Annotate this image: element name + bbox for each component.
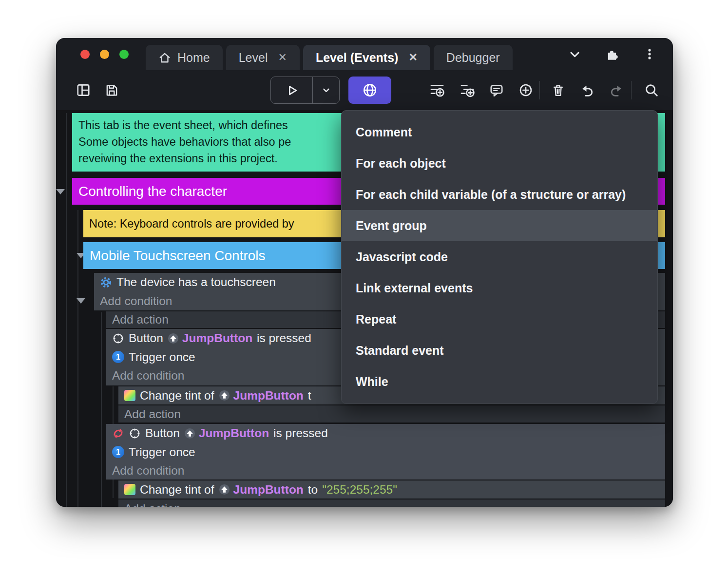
globe-add-button[interactable] [348, 77, 391, 104]
menu-item-for-each-object[interactable]: For each object [342, 148, 657, 179]
menu-item-comment[interactable]: Comment [342, 116, 657, 148]
app-window: Home Level ✕ Level (Events) ✕ Debugger [56, 38, 673, 507]
add-object-button[interactable] [513, 77, 538, 104]
comment-bubble-icon [489, 83, 504, 97]
condition-row[interactable]: 1 Trigger once [106, 443, 665, 462]
action-change-tint-2[interactable]: Change tint of JumpButton to "255;255;25… [118, 480, 665, 499]
add-subevent-icon [460, 82, 475, 98]
add-subevent-button[interactable] [455, 77, 480, 104]
delete-button[interactable] [545, 77, 571, 104]
add-action-row[interactable]: Add action [118, 405, 665, 422]
object-chip: JumpButton [184, 426, 269, 440]
plugin-name: Button [129, 331, 163, 345]
condition-text: is pressed [257, 331, 311, 345]
action-text: Change tint of [140, 389, 214, 403]
menu-item-javascript-code[interactable]: Javascript code [342, 241, 657, 272]
close-tab-icon[interactable]: ✕ [408, 51, 417, 64]
menu-item-repeat[interactable]: Repeat [342, 304, 657, 335]
kebab-menu-icon[interactable] [643, 47, 656, 61]
titlebar: Home Level ✕ Level (Events) ✕ Debugger [56, 38, 673, 70]
tab-home[interactable]: Home [146, 45, 223, 70]
tab-label: Home [177, 51, 210, 65]
event-jumpbutton-2[interactable]: Button JumpButton is pressed 1 Trigger o… [106, 424, 665, 480]
jumpbutton-object-icon [184, 428, 195, 439]
titlebar-right-icons [568, 47, 656, 61]
preview-button-group [270, 77, 340, 104]
tint-icon [124, 390, 135, 401]
add-condition-link[interactable]: Add condition [106, 461, 665, 480]
add-comment-button[interactable] [484, 77, 509, 104]
add-event-context-menu: Comment For each object For each child v… [341, 110, 658, 404]
add-action-link[interactable]: Add action [118, 499, 665, 507]
jumpbutton-object-icon [219, 390, 230, 401]
button-plugin-icon [129, 427, 141, 440]
trash-icon [551, 83, 565, 97]
object-chip: JumpButton [219, 389, 304, 403]
tint-icon [124, 484, 135, 495]
object-name: JumpButton [233, 389, 304, 403]
tab-label: Debugger [446, 51, 500, 65]
tab-label: Level (Events) [316, 51, 399, 65]
plugin-name: Button [145, 426, 180, 440]
add-event-icon [429, 82, 445, 98]
indent-guide [66, 113, 67, 507]
condition-row[interactable]: Button JumpButton is pressed [106, 424, 665, 443]
tint-value: "255;255;255" [322, 483, 397, 497]
tab-bar: Home Level ✕ Level (Events) ✕ Debugger [146, 45, 513, 70]
invert-red-arrows-icon [112, 427, 124, 440]
condition-text: Trigger once [129, 445, 195, 459]
minimize-window-button[interactable] [100, 50, 109, 59]
tab-debugger[interactable]: Debugger [434, 45, 513, 70]
indent-guide [101, 312, 102, 507]
traffic-lights [80, 50, 129, 59]
chevron-down-icon[interactable] [568, 47, 581, 61]
action-text: to [308, 483, 318, 497]
toolbar [56, 70, 673, 110]
group-title: Mobile Touchscreen Controls [90, 248, 266, 264]
undo-button[interactable] [575, 77, 600, 104]
menu-item-standard-event[interactable]: Standard event [342, 335, 657, 366]
play-button[interactable] [271, 77, 313, 103]
button-plugin-icon [112, 332, 124, 345]
save-button[interactable] [99, 77, 124, 104]
layout-panels-icon [76, 83, 91, 97]
tab-level-events[interactable]: Level (Events) ✕ [303, 45, 430, 70]
close-window-button[interactable] [80, 50, 90, 59]
plus-circle-icon [518, 83, 533, 97]
play-dropdown-button[interactable] [313, 77, 339, 103]
condition-text: Trigger once [129, 350, 195, 364]
search-icon [644, 83, 659, 97]
redo-button[interactable] [604, 77, 629, 104]
save-icon [105, 83, 119, 97]
trigger-once-icon: 1 [112, 351, 124, 363]
action-text-cut: t [308, 389, 311, 403]
condition-text: is pressed [273, 426, 328, 440]
menu-item-for-each-child-variable[interactable]: For each child variable (of a structure … [342, 179, 657, 210]
action-text: Change tint of [140, 483, 214, 497]
trigger-once-icon: 1 [112, 446, 124, 458]
add-event-button[interactable] [424, 77, 450, 104]
close-tab-icon[interactable]: ✕ [278, 51, 287, 64]
search-button[interactable] [639, 77, 664, 104]
action-row[interactable]: Change tint of JumpButton to "255;255;25… [118, 480, 665, 499]
add-action-link[interactable]: Add action [118, 405, 665, 422]
add-action-row-clipped[interactable]: Add action [118, 499, 665, 507]
condition-text: The device has a touchscreen [116, 275, 276, 289]
object-name: JumpButton [233, 483, 304, 497]
menu-item-while[interactable]: While [342, 366, 657, 397]
collapse-arrow-touch-event[interactable] [77, 298, 85, 304]
layout-panels-button[interactable] [71, 77, 96, 104]
home-icon [158, 51, 171, 64]
object-chip: JumpButton [219, 483, 304, 497]
tab-level[interactable]: Level ✕ [226, 45, 300, 70]
toolbar-divider [539, 81, 540, 99]
menu-item-event-group[interactable]: Event group [342, 210, 657, 241]
globe-icon [362, 82, 378, 98]
redo-icon [609, 83, 624, 97]
undo-icon [580, 83, 594, 97]
collapse-arrow-controlling[interactable] [56, 189, 65, 194]
zoom-window-button[interactable] [119, 50, 129, 59]
extensions-puzzle-icon[interactable] [605, 47, 619, 61]
tab-label: Level [239, 51, 268, 65]
menu-item-link-external-events[interactable]: Link external events [342, 272, 657, 304]
